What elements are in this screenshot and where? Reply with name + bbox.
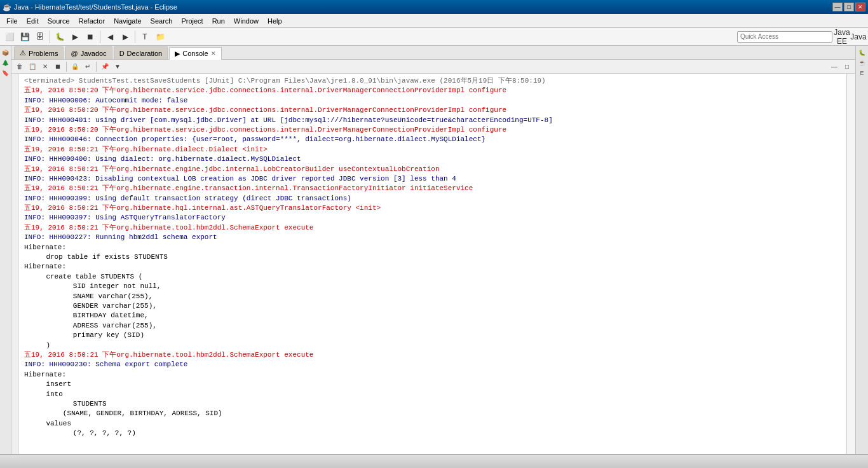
perspective-toolbar: 🐛 ☕ E [855,46,868,454]
inner-layout: <terminated> StudentsTest.testSaveStuden… [11,74,855,454]
tab-console[interactable]: ▶ Console ✕ [169,47,221,60]
save-all-button[interactable]: 🗄 [33,30,47,44]
java-ee-button[interactable]: Java EE [835,30,849,44]
debug-button[interactable]: 🐛 [53,30,67,44]
save-button[interactable]: 💾 [18,30,32,44]
main-toolbar: ⬜ 💾 🗄 🐛 ▶ ⏹ ◀ ▶ T 📁 Java EE Java [0,28,868,46]
tab-declaration[interactable]: D Declaration [114,46,168,59]
menu-project[interactable]: Project [177,16,207,26]
console-line: Hibernate: [24,262,841,272]
bookmark-icon[interactable]: 🔖 [1,69,10,78]
menubar: File Edit Source Refactor Navigate Searc… [0,14,868,28]
run-button[interactable]: ▶ [68,30,82,44]
console-line: (SNAME, GENDER, BIRTHDAY, ADRESS, SID) [24,409,841,418]
toolbar-sep-1 [50,31,50,43]
menu-source[interactable]: Source [44,16,74,26]
clear-console-button[interactable]: 🗑 [14,61,25,72]
open-console-button[interactable]: ▼ [112,61,123,72]
new-button[interactable]: ⬜ [3,30,17,44]
stop-button[interactable]: ⏹ [83,30,97,44]
maximize-view-button[interactable]: □ [841,61,853,72]
java-perspective-icon[interactable]: ☕ [858,59,867,67]
menu-edit[interactable]: Edit [23,16,43,26]
menu-search[interactable]: Search [147,16,177,26]
titlebar: ☕ Java - HibernateTest/test/StudentsTest… [0,0,868,14]
menu-help[interactable]: Help [264,16,286,26]
menu-refactor[interactable]: Refactor [75,16,109,26]
console-line: 五19, 2016 8:50:21 下午org.hibernate.dialec… [24,145,841,155]
open-resource-button[interactable]: 📁 [153,30,167,44]
app-icon: ☕ [3,3,11,11]
console-line: INFO: HHH000399: Using default transacti… [24,194,841,203]
tab-problems-label: Problems [29,50,58,57]
open-type-button[interactable]: T [138,30,152,44]
console-line: STUDENTS [24,399,841,409]
console-line: SNAME varchar(255), [24,292,841,301]
console-lines-container: 五19, 2016 8:50:20 下午org.hibernate.servic… [24,86,841,438]
console-line: into [24,390,841,399]
console-line: Hibernate: [24,370,841,380]
tabs-bar: ⚠ Problems @ Javadoc D Declaration ▶ Con… [11,46,855,60]
copy-button[interactable]: 📋 [27,61,38,72]
scroll-lock-button[interactable]: 🔒 [69,61,81,72]
left-sidebar: 📦 🌲 🔖 [0,46,11,454]
tab-toolbar-sep-1 [66,62,67,72]
terminated-line: <terminated> StudentsTest.testSaveStuden… [24,76,841,86]
console-line: SID integer not null, [24,282,841,291]
minimize-button[interactable]: — [832,3,843,11]
console-line: 五19, 2016 8:50:20 下午org.hibernate.servic… [24,86,841,95]
java-button[interactable]: Java [851,30,865,44]
tab-console-label: Console [182,50,208,57]
next-edit-button[interactable]: ▶ [118,30,132,44]
console-line: primary key (SID) [24,331,841,340]
menu-window[interactable]: Window [230,16,262,26]
console-line: GENDER varchar(255), [24,301,841,311]
menu-navigate[interactable]: Navigate [110,16,145,26]
hierarchy-icon[interactable]: 🌲 [1,59,10,67]
console-line: insert [24,380,841,389]
tab-console-close[interactable]: ✕ [211,50,216,57]
console-line: INFO: HHH000397: Using ASTQueryTranslato… [24,213,841,223]
console-icon: ▶ [175,50,180,58]
titlebar-title: Java - HibernateTest/test/StudentsTest.j… [14,3,177,11]
maximize-button[interactable]: □ [844,3,854,11]
package-explorer-icon[interactable]: 📦 [1,48,10,57]
terminate-button[interactable]: ⏹ [52,61,64,72]
console-line: INFO: HHH000227: Running hbm2ddl schema … [24,233,841,242]
close-button[interactable]: ✕ [855,3,865,11]
tab-declaration-label: Declaration [127,50,163,57]
console-line: 五19, 2016 8:50:20 下午org.hibernate.servic… [24,106,841,115]
console-line: 五19, 2016 8:50:21 下午org.hibernate.engine… [24,165,841,174]
minimize-view-button[interactable]: — [829,61,840,72]
menu-run[interactable]: Run [208,16,229,26]
console-line: 五19, 2016 8:50:21 下午org.hibernate.engine… [24,184,841,193]
tab-javadoc[interactable]: @ Javadoc [65,46,112,59]
tab-problems[interactable]: ⚠ Problems [14,46,64,59]
java-ee-perspective-icon[interactable]: E [858,69,867,78]
statusbar [0,454,868,468]
console-line: 五19, 2016 8:50:21 下午org.hibernate.hql.in… [24,203,841,213]
tab-toolbar-sep-2 [96,62,97,72]
toolbar-sep-3 [135,31,135,43]
console-line: BIRTHDAY datetime, [24,311,841,320]
console-line: INFO: HHH000423: Disabling contextual LO… [24,174,841,184]
console-line: Hibernate: [24,243,841,252]
prev-edit-button[interactable]: ◀ [103,30,117,44]
console-output[interactable]: <terminated> StudentsTest.testSaveStuden… [19,74,846,454]
word-wrap-button[interactable]: ↵ [82,61,93,72]
main-layout: 📦 🌲 🔖 ⚠ Problems @ Javadoc D Declaration… [0,46,868,454]
quick-access-input[interactable] [737,31,832,43]
close-console-button[interactable]: ✕ [39,61,51,72]
console-line: INFO: HHH000400: Using dialect: org.hibe… [24,155,841,164]
java-label: Java [850,32,866,41]
tab-javadoc-label: Javadoc [81,50,107,57]
menu-file[interactable]: File [3,16,22,26]
console-line: values [24,419,841,429]
overview-ruler [846,74,855,454]
console-line: 五19, 2016 8:50:21 下午org.hibernate.tool.h… [24,350,841,360]
titlebar-left: ☕ Java - HibernateTest/test/StudentsTest… [3,3,177,11]
toolbar-quick-access: Java EE Java [737,30,865,44]
console-line: 五19, 2016 8:50:21 下午org.hibernate.tool.h… [24,223,841,233]
debug-perspective-icon[interactable]: 🐛 [858,48,867,57]
pin-console-button[interactable]: 📌 [99,61,111,72]
